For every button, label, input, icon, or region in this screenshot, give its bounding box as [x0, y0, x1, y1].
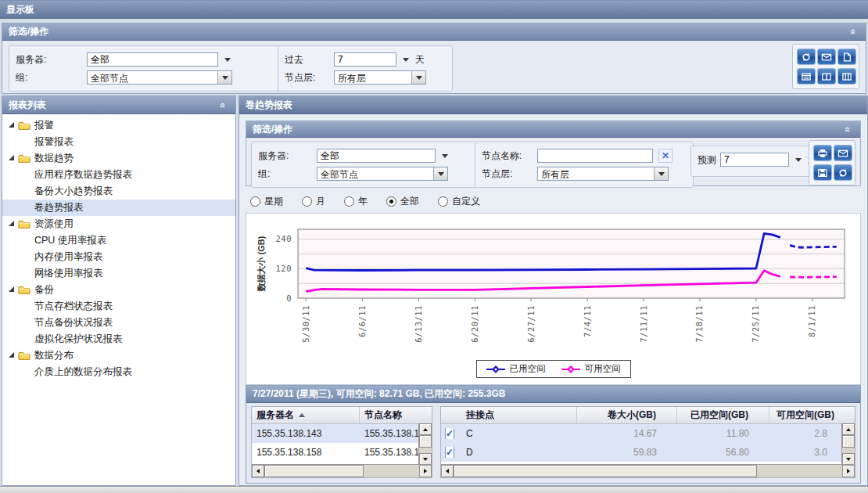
- period-radio-group: 星期月年全部自定义: [250, 193, 480, 210]
- table-row[interactable]: 155.35.138.143155.35.138.1: [252, 424, 432, 443]
- volume-table-header: 挂接点 卷大小(GB) 已用空间(GB) 可用空间(GB): [441, 407, 855, 424]
- server-input[interactable]: [317, 149, 436, 163]
- legend-box: 已用空间可用空间: [476, 360, 631, 378]
- clear-icon[interactable]: [658, 149, 673, 163]
- pane-three-icon[interactable]: [838, 68, 856, 85]
- period-radio-月[interactable]: 月: [302, 195, 325, 208]
- chevron-down-icon[interactable]: [654, 167, 668, 180]
- sidebar-folder[interactable]: 备份: [2, 282, 235, 298]
- server-table-vscrollbar[interactable]: [418, 423, 432, 465]
- group-combobox[interactable]: 全部节点: [87, 70, 232, 85]
- scroll-left-icon[interactable]: [252, 465, 264, 477]
- scroll-left-icon[interactable]: [441, 465, 454, 477]
- past-days-input[interactable]: [334, 52, 396, 67]
- sidebar-folder[interactable]: 数据趋势: [2, 150, 235, 167]
- scroll-down-icon[interactable]: [842, 453, 855, 465]
- chevron-down-icon[interactable]: [411, 71, 425, 84]
- period-radio-全部[interactable]: 全部: [386, 195, 419, 208]
- period-radio-年[interactable]: 年: [344, 195, 368, 208]
- chevron-down-icon[interactable]: [217, 71, 231, 84]
- group-label: 组:: [16, 71, 83, 85]
- period-radio-自定义[interactable]: 自定义: [438, 195, 480, 208]
- radio-icon[interactable]: [250, 196, 260, 207]
- col-used-space[interactable]: 已用空间(GB): [677, 407, 769, 423]
- scroll-right-icon[interactable]: [842, 465, 855, 477]
- sidebar-folder[interactable]: 报警: [2, 117, 235, 134]
- detail-grid-panel: 7/27/2011 (星期三), 可用空间: 82.71 GB, 已用空间: 2…: [246, 385, 861, 484]
- svg-text:7/25/11: 7/25/11: [751, 305, 760, 343]
- expander-icon[interactable]: [9, 155, 14, 160]
- row-checkbox[interactable]: ✓: [445, 428, 454, 439]
- row-checkbox[interactable]: ✓: [445, 447, 454, 458]
- scroll-up-icon[interactable]: [842, 423, 855, 435]
- sidebar-folder[interactable]: 资源使用: [2, 216, 235, 232]
- sidebar-item[interactable]: 网络使用率报表: [2, 265, 235, 282]
- period-radio-星期[interactable]: 星期: [250, 195, 283, 208]
- volume-table-vscrollbar[interactable]: [841, 423, 855, 465]
- expander-icon[interactable]: [9, 221, 14, 226]
- tier-combobox[interactable]: 所有层: [537, 167, 669, 181]
- refresh-icon[interactable]: [797, 49, 816, 65]
- collapse-up-icon[interactable]: [848, 26, 859, 38]
- sidebar-item[interactable]: 应用程序数据趋势报表: [2, 167, 235, 183]
- sidebar-item[interactable]: CPU 使用率报表: [2, 232, 235, 249]
- report-list-sidebar: 报表列表 报警报警报表数据趋势应用程序数据趋势报表备份大小趋势报表卷趋势报表资源…: [2, 95, 236, 486]
- pane-single-icon[interactable]: [797, 68, 816, 85]
- expander-icon[interactable]: [9, 286, 14, 292]
- collapse-sidebar-icon[interactable]: [218, 99, 229, 111]
- svg-text:0: 0: [286, 293, 292, 303]
- forecast-input[interactable]: [720, 153, 789, 167]
- server-input[interactable]: [87, 52, 218, 67]
- col-free-space[interactable]: 可用空间(GB): [769, 407, 855, 423]
- sidebar-item[interactable]: 内存使用率报表: [2, 249, 235, 265]
- sidebar-folder[interactable]: 数据分布: [2, 347, 235, 364]
- expander-icon[interactable]: [9, 352, 14, 358]
- chevron-down-icon[interactable]: [403, 58, 409, 62]
- server-label: 服务器:: [258, 149, 313, 163]
- top-filter-header: 筛选/操作: [2, 23, 866, 41]
- chevron-down-icon[interactable]: [795, 158, 802, 162]
- radio-icon[interactable]: [386, 196, 396, 207]
- scroll-right-icon[interactable]: [419, 465, 432, 477]
- col-volume-size[interactable]: 卷大小(GB): [577, 407, 677, 423]
- chevron-down-icon[interactable]: [433, 167, 447, 180]
- group-combobox[interactable]: 全部节点: [317, 167, 448, 181]
- sidebar-item[interactable]: 卷趋势报表: [2, 200, 235, 216]
- radio-icon[interactable]: [302, 196, 312, 207]
- scroll-down-icon[interactable]: [419, 453, 432, 465]
- table-row[interactable]: 155.35.138.158155.35.138.1: [252, 443, 432, 462]
- summary-text: 7/27/2011 (星期三), 可用空间: 82.71 GB, 已用空间: 2…: [253, 387, 505, 401]
- volume-table-hscrollbar[interactable]: [441, 464, 855, 477]
- chevron-down-icon[interactable]: [442, 154, 448, 158]
- export-icon[interactable]: [838, 49, 856, 65]
- tier-combobox[interactable]: 所有层: [334, 70, 426, 85]
- col-node-name[interactable]: 节点名称: [360, 407, 432, 423]
- table-row[interactable]: ✓D59.8356.803.0: [441, 443, 855, 462]
- col-mount-point[interactable]: 挂接点: [461, 407, 577, 423]
- expander-icon[interactable]: [9, 122, 14, 128]
- sidebar-item[interactable]: 报警报表: [2, 134, 235, 150]
- forecast-label: 预测: [698, 153, 716, 167]
- sidebar-item[interactable]: 备份大小趋势报表: [2, 183, 235, 200]
- chevron-down-icon[interactable]: [224, 58, 231, 62]
- sidebar-item[interactable]: 节点存档状态报表: [2, 298, 235, 315]
- collapse-up-icon[interactable]: [843, 124, 854, 135]
- print-icon[interactable]: [813, 145, 832, 161]
- sidebar-item[interactable]: 节点备份状况报表: [2, 315, 235, 331]
- svg-text:6/13/11: 6/13/11: [414, 305, 423, 343]
- email-icon[interactable]: [817, 49, 836, 65]
- server-table-hscrollbar[interactable]: [252, 464, 432, 477]
- node-name-input[interactable]: [537, 149, 653, 163]
- save-icon[interactable]: [813, 164, 832, 181]
- refresh-icon[interactable]: [834, 164, 852, 181]
- radio-icon[interactable]: [438, 196, 448, 207]
- table-row[interactable]: ✓C14.6711.802.8: [441, 424, 855, 443]
- svg-text:7/18/11: 7/18/11: [694, 305, 704, 343]
- sidebar-item[interactable]: 介质上的数据分布报表: [2, 364, 235, 380]
- sidebar-item[interactable]: 虚拟化保护状况报表: [2, 331, 235, 347]
- radio-icon[interactable]: [344, 196, 354, 207]
- scroll-up-icon[interactable]: [419, 423, 432, 435]
- col-server-name[interactable]: 服务器名: [252, 407, 360, 423]
- email-icon[interactable]: [834, 145, 852, 161]
- pane-two-icon[interactable]: [817, 68, 836, 85]
